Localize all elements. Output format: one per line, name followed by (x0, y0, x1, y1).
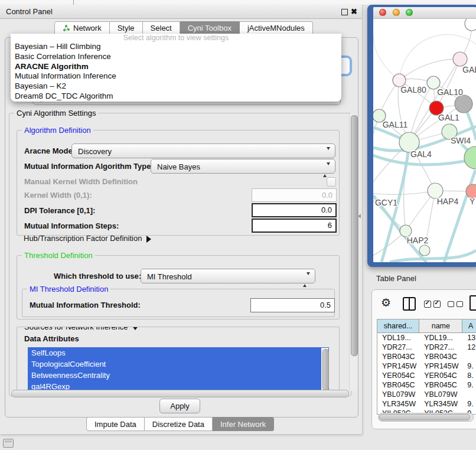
network-node[interactable] (455, 95, 472, 113)
table-cell[interactable]: YBR045C (419, 380, 462, 390)
table-row[interactable]: YLR345WYLR345W9. (377, 399, 476, 409)
node-label-swi4: SWI4 (451, 136, 471, 145)
settings-scrollbar-thumb[interactable] (351, 115, 358, 356)
table-cell[interactable] (462, 390, 476, 399)
table-cell[interactable]: YDL19... (377, 333, 419, 343)
export-table-icon[interactable] (470, 295, 476, 311)
table-row[interactable]: YBL079WYBL079W (377, 390, 476, 399)
table-row[interactable]: YPR145WYPR145W9. (377, 361, 476, 371)
minimize-traffic-light-icon[interactable] (393, 9, 400, 16)
apply-button[interactable]: Apply (159, 399, 200, 413)
which-threshold-combo[interactable]: MI Threshold (141, 269, 315, 283)
table-cell[interactable]: YBL079W (377, 390, 419, 399)
dropdown-item-aracne-algorithm[interactable]: ARACNE Algorithm (11, 62, 341, 72)
table-cell[interactable]: YDL19... (419, 333, 462, 343)
table-cell[interactable]: 9. (462, 361, 476, 371)
deselect-all-icon[interactable] (448, 301, 463, 307)
collapse-arrow-icon (132, 327, 139, 330)
table-cell[interactable]: YBR043C (377, 352, 419, 361)
table-cell[interactable]: YBR045C (377, 380, 419, 390)
zoom-traffic-light-icon[interactable] (406, 9, 413, 16)
network-node-hap2[interactable] (400, 225, 412, 237)
tab-network[interactable]: Network (54, 21, 110, 34)
gear-icon[interactable]: ⚙ (381, 296, 391, 309)
hub-definition-expander[interactable]: Hub/Transcription Factor Definition (24, 234, 151, 243)
network-node-gal[interactable] (453, 52, 467, 66)
node-label-gcy1: GCY1 (375, 198, 397, 207)
tab-jactivemnodules[interactable]: jActiveMNodules (240, 21, 313, 34)
settings-vertical-scrollbar[interactable] (349, 113, 358, 391)
table-cell[interactable]: YPR145W (419, 361, 462, 371)
table-cell[interactable]: YDR27... (419, 343, 462, 352)
close-traffic-light-icon[interactable] (379, 9, 386, 16)
manual-kernel-checkbox[interactable] (327, 177, 336, 187)
kernel-width-input[interactable]: 0.0 (252, 188, 337, 202)
table-row[interactable]: YBR043CYBR043C (377, 352, 476, 361)
tab-impute-data[interactable]: Impute Data (86, 417, 145, 431)
network-canvas[interactable]: GALGAL80GAL10GAL1GAL11SWI4GAL4GCY1HAP4YH… (373, 19, 476, 262)
network-edge (390, 250, 476, 262)
table-cell[interactable]: 9. (462, 399, 476, 409)
mi-steps-input[interactable]: 6 (252, 219, 337, 233)
column-header-a[interactable]: A (462, 319, 476, 332)
table-cell[interactable]: 12 (462, 343, 476, 352)
float-window-icon[interactable] (341, 9, 348, 15)
table-row[interactable]: YDL19...YDL19...13 (377, 333, 476, 343)
data-attributes-list[interactable]: SelfLoopsTopologicalCoefficientBetweenne… (28, 347, 329, 392)
list-scrollbar[interactable] (321, 348, 328, 392)
table-cell[interactable]: YLR345W (377, 399, 419, 409)
split-columns-icon[interactable] (403, 297, 416, 311)
table-cell[interactable]: YER054C (377, 371, 419, 380)
tab-select[interactable]: Select (143, 21, 180, 34)
list-scrollbar-thumb[interactable] (322, 349, 329, 390)
select-all-icon[interactable]: ✓ ✓ (424, 301, 441, 308)
aracne-mode-label: Aracne Mode: (24, 144, 75, 159)
table-row[interactable]: YBR045CYBR045C9. (377, 380, 476, 390)
table-row[interactable]: YDR27...YDR27...12 (377, 343, 476, 352)
tab-infer-network[interactable]: Infer Network (213, 417, 274, 431)
threshold-definition-group: Threshold Definition Which threshold to … (17, 255, 340, 319)
mi-type-combo[interactable]: Naive Bayes (151, 159, 335, 174)
attribute-item-betweennesscentrality[interactable]: BetweennessCentrality (28, 370, 329, 381)
column-header-shared[interactable]: shared... (377, 319, 419, 332)
stepper-arrows-icon (323, 162, 330, 177)
dropdown-item-bayesian-hill-climbing[interactable]: Bayesian – Hill Climbing (11, 42, 341, 52)
attribute-item-selfloops[interactable]: SelfLoops (28, 347, 329, 358)
network-node[interactable] (419, 245, 430, 256)
network-node[interactable] (465, 19, 476, 31)
table-cell[interactable]: YER054C (419, 371, 462, 380)
table-cell[interactable]: YDR27... (377, 343, 419, 352)
close-icon[interactable]: ✖ (351, 5, 357, 18)
dropdown-item-bayesian-k2[interactable]: Bayesian – K2 (11, 81, 341, 92)
attribute-item-topologicalcoefficient[interactable]: TopologicalCoefficient (28, 358, 329, 370)
settings-horizontal-scrollbar[interactable] (11, 390, 349, 397)
table-horizontal-scrollbar[interactable] (378, 413, 474, 422)
table-cell[interactable]: YBR043C (419, 352, 462, 361)
dpi-tolerance-input[interactable]: 0.0 (252, 203, 337, 217)
table-cell[interactable]: 8. (462, 371, 476, 380)
table-cell[interactable]: YLR345W (419, 399, 462, 409)
network-window-titlebar[interactable] (373, 7, 476, 19)
dropdown-item-dream8-dc-tdc-algorithm[interactable]: Dream8 DC_TDC Algorithm (11, 92, 341, 102)
table-cell[interactable]: 13 (462, 333, 476, 343)
table-row[interactable]: YER054CYER054C8. (377, 371, 476, 380)
split-pane-collapse-icon[interactable] (358, 214, 361, 219)
dropdown-item-mutual-information-inference[interactable]: Mutual Information Inference (11, 71, 341, 81)
column-header-name[interactable]: name (419, 319, 462, 332)
sources-legend[interactable]: Sources for Network Inference (22, 327, 141, 331)
minimized-panel-icon[interactable] (3, 439, 14, 448)
aracne-mode-combo[interactable]: Discovery (71, 144, 335, 158)
table-cell[interactable]: 9. (462, 380, 476, 390)
dropdown-item-basic-correlation-inference[interactable]: Basic Correlation Inference (11, 52, 341, 62)
tab-label: Discretize Data (152, 420, 204, 429)
mi-threshold-input[interactable]: 0.5 (250, 298, 335, 312)
table-scrollbar-thumb[interactable] (379, 414, 470, 420)
tab-cyni-toolbox[interactable]: Cyni Toolbox (180, 21, 240, 34)
tab-discretize-data[interactable]: Discretize Data (145, 417, 213, 431)
node-label-hap2: HAP2 (407, 236, 429, 245)
tab-style[interactable]: Style (110, 21, 143, 34)
table-cell[interactable]: YPR145W (377, 361, 419, 371)
tab-label: Select (151, 24, 172, 32)
table-cell[interactable] (462, 352, 476, 361)
table-cell[interactable]: YBL079W (419, 390, 462, 399)
